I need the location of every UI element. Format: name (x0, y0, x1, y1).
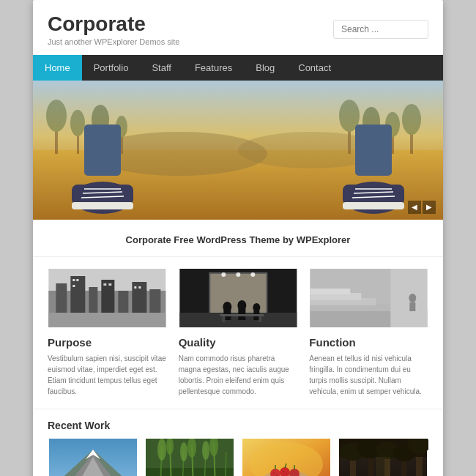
svg-rect-62 (222, 316, 225, 322)
purpose-text: Vestibulum sapien nisi, suscipit vitae e… (48, 353, 167, 397)
function-image (309, 269, 428, 327)
svg-point-105 (273, 472, 275, 474)
sneaker-left (70, 124, 150, 220)
nav-features[interactable]: Features (183, 55, 244, 81)
recent-work-section: Recent Work (33, 409, 443, 476)
svg-rect-45 (76, 279, 78, 281)
nav-blog[interactable]: Blog (244, 55, 286, 81)
svg-rect-61 (220, 314, 264, 316)
site-nav: Home Portfolio Staff Features Blog Conta… (33, 55, 443, 81)
svg-rect-44 (72, 279, 75, 281)
recent-work-title: Recent Work (48, 420, 428, 431)
hero-prev-button[interactable]: ◀ (408, 201, 421, 214)
features-section: Purpose Vestibulum sapien nisi, suscipit… (33, 257, 443, 409)
svg-point-92 (180, 442, 187, 461)
svg-point-94 (202, 441, 209, 460)
svg-rect-48 (108, 283, 111, 286)
work-thumb-forest[interactable] (338, 439, 428, 476)
svg-rect-63 (259, 316, 261, 322)
svg-point-74 (409, 294, 417, 302)
search-input[interactable] (333, 20, 428, 39)
svg-rect-75 (410, 302, 416, 311)
svg-point-65 (236, 272, 240, 277)
svg-rect-22 (72, 185, 133, 205)
hero-banner: ◀ ▶ (33, 81, 443, 220)
nav-home[interactable]: Home (33, 55, 82, 81)
quality-image (179, 269, 298, 327)
quality-text: Nam commodo risus pharetra magna egestas… (179, 353, 298, 397)
nav-portfolio[interactable]: Portfolio (82, 55, 141, 81)
work-thumb-mountain[interactable] (48, 439, 138, 476)
work-thumb-reeds[interactable] (144, 439, 235, 476)
svg-rect-46 (72, 285, 75, 287)
svg-rect-82 (146, 468, 234, 476)
work-grid (48, 439, 428, 476)
svg-rect-43 (48, 313, 166, 327)
site-tagline: Just another WPExplorer Demos site (48, 37, 179, 46)
nav-staff[interactable]: Staff (140, 55, 183, 81)
function-title: Function (309, 336, 428, 349)
browser-window: Corporate Just another WPExplorer Demos … (33, 0, 443, 476)
site-branding: Corporate Just another WPExplorer Demos … (48, 13, 179, 46)
hero-nav-arrows: ◀ ▶ (408, 201, 436, 214)
feature-purpose: Purpose Vestibulum sapien nisi, suscipit… (48, 269, 167, 397)
svg-point-107 (283, 471, 284, 472)
feature-quality: Quality Nam commodo risus pharetra magna… (179, 269, 298, 397)
nav-contact[interactable]: Contact (286, 55, 343, 81)
site-title: Corporate (48, 13, 179, 36)
svg-rect-30 (343, 202, 404, 209)
sneaker-right (326, 124, 406, 220)
function-text: Aenean et tellus id nisi vehicula fringi… (309, 353, 428, 397)
svg-rect-23 (72, 202, 133, 209)
work-thumb-fruits[interactable] (241, 439, 332, 476)
svg-point-90 (157, 439, 166, 461)
purpose-title: Purpose (48, 336, 167, 349)
svg-rect-20 (84, 124, 121, 176)
svg-point-66 (250, 272, 255, 277)
hero-next-button[interactable]: ▶ (423, 201, 436, 214)
quality-title: Quality (179, 336, 298, 349)
svg-rect-47 (103, 283, 106, 286)
svg-point-3 (46, 100, 67, 132)
feature-function: Function Aenean et tellus id nisi vehicu… (309, 269, 428, 397)
svg-rect-72 (310, 289, 351, 294)
section-headline: Corporate Free WordPress Theme by WPExpl… (126, 234, 351, 245)
svg-point-106 (276, 475, 278, 476)
site-header: Corporate Just another WPExplorer Demos … (33, 0, 443, 55)
svg-rect-49 (134, 286, 136, 289)
svg-point-108 (286, 473, 287, 475)
svg-rect-121 (376, 457, 390, 476)
purpose-image (48, 269, 167, 327)
svg-point-64 (221, 272, 226, 277)
section-headline-bar: Corporate Free WordPress Theme by WPExpl… (33, 220, 443, 257)
svg-rect-27 (355, 124, 392, 176)
svg-rect-50 (138, 286, 141, 289)
svg-rect-29 (343, 185, 404, 205)
